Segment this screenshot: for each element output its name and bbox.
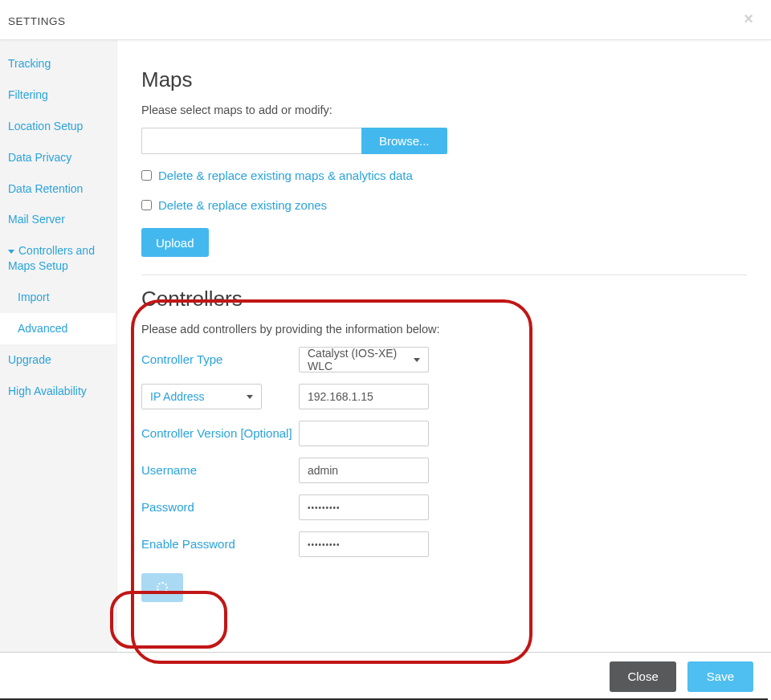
enable-password-input[interactable] [299, 531, 429, 557]
controller-version-label: Controller Version [Optional] [141, 426, 299, 442]
save-button[interactable]: Save [687, 661, 753, 692]
maps-title: Maps [141, 67, 747, 92]
sidebar-item-label: Data Privacy [8, 151, 71, 164]
button-label: Browse... [379, 134, 430, 148]
spinner-icon [157, 582, 168, 593]
ip-address-input[interactable] [299, 384, 429, 409]
sidebar-item-tracking[interactable]: Tracking [0, 48, 116, 79]
modal-header: SETTINGS × [0, 0, 771, 40]
chevron-down-icon [8, 250, 14, 254]
sidebar-item-label: Controllers and Maps Setup [8, 244, 95, 272]
button-label: Save [707, 669, 734, 683]
controllers-title: Controllers [141, 287, 747, 311]
sidebar-item-label: Advanced [18, 322, 67, 335]
close-icon[interactable]: × [744, 10, 753, 28]
option-replace-zones: Delete & replace existing zones [141, 198, 747, 212]
controllers-desc: Please add controllers by providing the … [141, 323, 747, 336]
controller-type-label: Controller Type [141, 352, 299, 368]
sidebar-item-data-retention[interactable]: Data Retention [0, 173, 116, 205]
option-label[interactable]: Delete & replace existing maps & analyti… [158, 169, 413, 182]
maps-desc: Please select maps to add or modify: [141, 104, 747, 116]
option-replace-maps: Delete & replace existing maps & analyti… [141, 169, 747, 182]
file-picker-row: Browse... [141, 128, 747, 154]
sidebar-item-location-setup[interactable]: Location Setup [0, 111, 116, 142]
modal-footer: Close Save [0, 652, 771, 700]
sidebar-item-mail-server[interactable]: Mail Server [0, 204, 116, 235]
upload-button[interactable]: Upload [141, 228, 209, 257]
sidebar-item-label: Tracking [8, 57, 51, 70]
enable-password-label: Enable Password [141, 537, 299, 552]
sidebar-item-label: High Availability [8, 385, 87, 397]
sidebar-item-filtering[interactable]: Filtering [0, 79, 116, 111]
caret-down-icon [414, 358, 420, 362]
sidebar-item-advanced[interactable]: Advanced [0, 313, 116, 344]
checkbox-replace-maps[interactable] [141, 170, 152, 181]
main-panel: Maps Please select maps to add or modify… [117, 40, 771, 652]
sidebar-item-label: Location Setup [8, 120, 83, 132]
sidebar-item-high-availability[interactable]: High Availability [0, 376, 116, 407]
username-input[interactable] [299, 458, 429, 483]
sidebar-item-label: Upgrade [8, 353, 51, 366]
button-label: Close [627, 669, 658, 683]
sidebar-item-upgrade[interactable]: Upgrade [0, 344, 116, 376]
sidebar-item-data-privacy[interactable]: Data Privacy [0, 142, 116, 173]
ip-mode-select[interactable]: IP Address [141, 384, 262, 409]
button-label: Upload [156, 236, 194, 250]
select-value: Catalyst (IOS-XE) WLC [308, 347, 407, 372]
browse-button[interactable]: Browse... [361, 128, 447, 154]
controller-version-input[interactable] [299, 421, 429, 446]
controller-type-select[interactable]: Catalyst (IOS-XE) WLC [299, 347, 429, 372]
modal-title: SETTINGS [8, 15, 66, 27]
select-value: IP Address [150, 390, 204, 403]
username-label: Username [141, 463, 299, 478]
caret-down-icon [247, 395, 253, 399]
sidebar-item-label: Data Retention [8, 182, 83, 195]
sidebar-item-import[interactable]: Import [0, 282, 116, 313]
password-input[interactable] [299, 494, 429, 520]
close-button[interactable]: Close [610, 661, 675, 692]
sidebar-item-label: Import [18, 291, 50, 303]
sidebar-item-label: Mail Server [8, 213, 65, 226]
settings-modal: SETTINGS × Tracking Filtering Location S… [0, 0, 771, 700]
checkbox-replace-zones[interactable] [141, 200, 152, 210]
settings-sidebar: Tracking Filtering Location Setup Data P… [0, 40, 117, 652]
file-path-input[interactable] [141, 128, 361, 154]
sidebar-item-label: Filtering [8, 88, 48, 101]
sidebar-item-controllers-maps[interactable]: Controllers and Maps Setup [0, 235, 116, 282]
section-divider [141, 275, 747, 275]
password-label: Password [141, 500, 299, 515]
add-controller-button[interactable] [141, 573, 183, 602]
option-label[interactable]: Delete & replace existing zones [158, 198, 327, 212]
